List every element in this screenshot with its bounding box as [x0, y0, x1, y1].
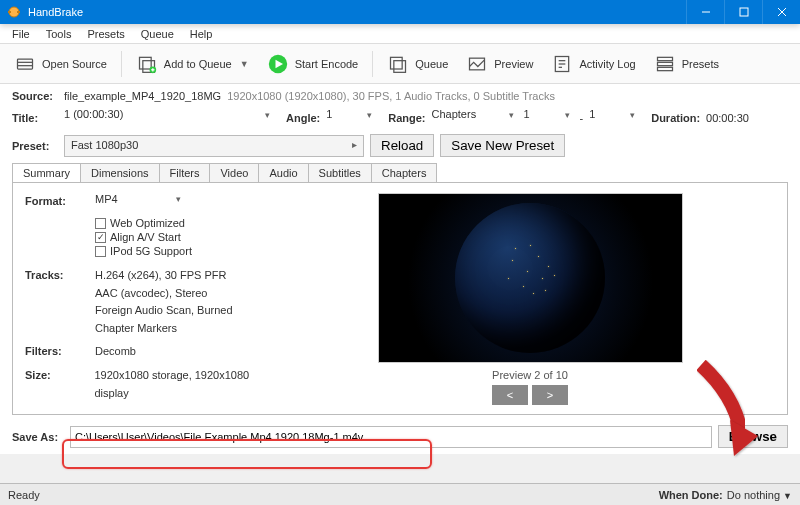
svg-rect-1	[8, 11, 11, 13]
preview-prev-button[interactable]: <	[492, 385, 528, 405]
size-value: 1920x1080 storage, 1920x1080 display	[94, 367, 285, 402]
source-meta: 1920x1080 (1920x1080), 30 FPS, 1 Audio T…	[227, 90, 555, 102]
reload-button[interactable]: Reload	[370, 134, 434, 157]
play-icon	[267, 53, 289, 75]
stack-icon	[387, 53, 409, 75]
preset-label: Preset:	[12, 140, 58, 152]
tracks-line: Chapter Markers	[95, 320, 233, 338]
size-label: Size:	[25, 367, 94, 381]
activity-log-button[interactable]: Activity Log	[543, 49, 643, 79]
menu-file[interactable]: File	[4, 26, 38, 42]
preview-caption: Preview 2 of 10	[492, 369, 568, 381]
format-label: Format:	[25, 193, 95, 207]
tab-chapters[interactable]: Chapters	[371, 163, 438, 182]
svg-rect-18	[394, 60, 406, 72]
chevron-down-icon: ▼	[240, 59, 249, 69]
toolbar-presets-button[interactable]: Presets	[646, 49, 727, 79]
format-select[interactable]: MP4	[95, 193, 185, 211]
status-bar: Ready When Done: Do nothing ▼	[0, 483, 800, 505]
tab-subtitles[interactable]: Subtitles	[308, 163, 372, 182]
tracks-line: AAC (avcodec), Stereo	[95, 285, 233, 303]
tab-panel-summary: Format: MP4 Web Optimized ✓Align A/V Sta…	[12, 183, 788, 415]
save-new-preset-button[interactable]: Save New Preset	[440, 134, 565, 157]
save-as-label: Save As:	[12, 431, 64, 443]
presets-label: Presets	[682, 58, 719, 70]
queue-label: Queue	[415, 58, 448, 70]
log-icon	[551, 53, 573, 75]
preset-select[interactable]: Fast 1080p30	[64, 135, 364, 157]
filters-value: Decomb	[95, 343, 136, 361]
presets-icon	[654, 53, 676, 75]
activity-log-label: Activity Log	[579, 58, 635, 70]
menu-presets[interactable]: Presets	[79, 26, 132, 42]
start-encode-button[interactable]: Start Encode	[259, 49, 367, 79]
tracks-label: Tracks:	[25, 267, 95, 281]
menu-help[interactable]: Help	[182, 26, 221, 42]
tab-dimensions[interactable]: Dimensions	[80, 163, 159, 182]
browse-button[interactable]: Browse	[718, 425, 788, 448]
when-done-label: When Done:	[659, 489, 723, 501]
menu-bar: File Tools Presets Queue Help	[0, 24, 800, 44]
tab-audio[interactable]: Audio	[258, 163, 308, 182]
duration-label: Duration:	[651, 112, 700, 124]
close-button[interactable]	[762, 0, 800, 24]
align-av-checkbox[interactable]: ✓Align A/V Start	[95, 231, 192, 243]
svg-rect-2	[17, 11, 20, 13]
title-label: Title:	[12, 112, 58, 124]
film-icon	[14, 53, 36, 75]
range-dash: -	[580, 112, 584, 124]
range-to-select[interactable]: 1	[589, 108, 639, 128]
tab-filters[interactable]: Filters	[159, 163, 211, 182]
save-as-input[interactable]	[70, 426, 712, 448]
svg-rect-25	[657, 62, 672, 65]
window-title: HandBrake	[28, 6, 83, 18]
open-source-button[interactable]: Open Source	[6, 49, 115, 79]
web-optimized-checkbox[interactable]: Web Optimized	[95, 217, 192, 229]
queue-add-icon	[136, 53, 158, 75]
image-icon	[466, 53, 488, 75]
svg-rect-7	[18, 59, 33, 69]
range-from-select[interactable]: 1	[524, 108, 574, 128]
preview-image	[378, 193, 683, 363]
chevron-down-icon: ▼	[783, 491, 792, 501]
tracks-line: H.264 (x264), 30 FPS PFR	[95, 267, 233, 285]
range-label: Range:	[388, 112, 425, 124]
app-icon	[6, 4, 22, 20]
title-select[interactable]: 1 (00:00:30)	[64, 108, 274, 128]
svg-rect-26	[657, 67, 672, 70]
status-text: Ready	[8, 489, 40, 501]
start-encode-label: Start Encode	[295, 58, 359, 70]
angle-select[interactable]: 1	[326, 108, 376, 128]
angle-label: Angle:	[286, 112, 320, 124]
preview-label: Preview	[494, 58, 533, 70]
svg-rect-10	[139, 57, 151, 69]
title-bar: HandBrake	[0, 0, 800, 24]
ipod-5g-checkbox[interactable]: IPod 5G Support	[95, 245, 192, 257]
range-type-select[interactable]: Chapters	[432, 108, 518, 128]
preview-next-button[interactable]: >	[532, 385, 568, 405]
when-done-select[interactable]: Do nothing ▼	[727, 489, 792, 501]
toolbar: Open Source Add to Queue ▼ Start Encode …	[0, 44, 800, 84]
minimize-button[interactable]	[686, 0, 724, 24]
tab-summary[interactable]: Summary	[12, 163, 81, 182]
duration-value: 00:00:30	[706, 112, 749, 124]
source-label: Source:	[12, 90, 58, 102]
preview-button[interactable]: Preview	[458, 49, 541, 79]
filters-label: Filters:	[25, 343, 95, 357]
tab-bar: Summary Dimensions Filters Video Audio S…	[12, 163, 788, 183]
add-to-queue-button[interactable]: Add to Queue ▼	[128, 49, 257, 79]
svg-rect-24	[657, 57, 672, 60]
add-to-queue-label: Add to Queue	[164, 58, 232, 70]
svg-rect-17	[391, 57, 403, 69]
open-source-label: Open Source	[42, 58, 107, 70]
menu-tools[interactable]: Tools	[38, 26, 80, 42]
menu-queue[interactable]: Queue	[133, 26, 182, 42]
tracks-line: Foreign Audio Scan, Burned	[95, 302, 233, 320]
maximize-button[interactable]	[724, 0, 762, 24]
tab-video[interactable]: Video	[209, 163, 259, 182]
queue-button[interactable]: Queue	[379, 49, 456, 79]
source-name: file_example_MP4_1920_18MG	[64, 90, 221, 102]
svg-rect-4	[740, 8, 748, 16]
